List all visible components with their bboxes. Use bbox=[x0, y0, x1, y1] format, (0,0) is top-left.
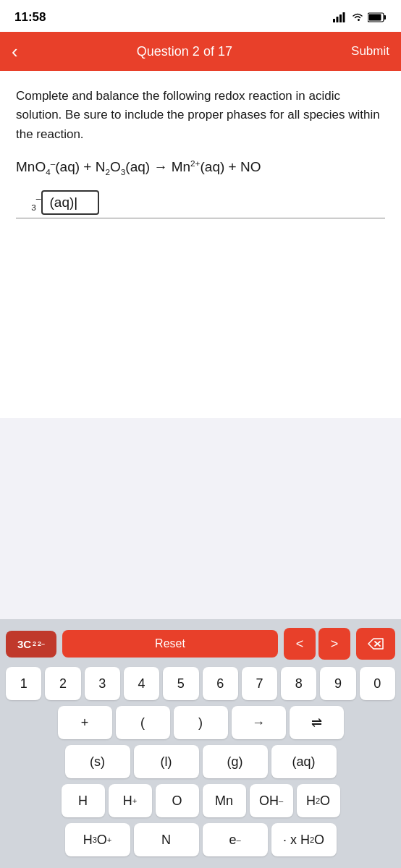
equation-text: MnO4–(aq) + N2O3(aq) → Mn2+(aq) + NO bbox=[16, 157, 261, 179]
answer-box[interactable]: (aq) bbox=[41, 190, 99, 215]
reset-button[interactable]: Reset bbox=[62, 630, 278, 658]
equation-display: MnO4–(aq) + N2O3(aq) → Mn2+(aq) + NO bbox=[16, 157, 385, 179]
svg-rect-0 bbox=[333, 19, 335, 22]
key-2[interactable]: 2 bbox=[45, 667, 80, 700]
key-solid[interactable]: (s) bbox=[65, 745, 130, 778]
backspace-icon bbox=[368, 638, 384, 650]
symbols-row: + ( ) → ⇌ bbox=[6, 706, 395, 739]
key-equilibrium[interactable]: ⇌ bbox=[290, 706, 344, 739]
svg-rect-6 bbox=[369, 14, 381, 21]
key-x-H2O[interactable]: · x H2O bbox=[271, 823, 337, 856]
signal-icon bbox=[333, 12, 347, 22]
special-formula-label: 3C bbox=[17, 638, 31, 650]
answer-prefix: 3– bbox=[16, 194, 41, 212]
special-formula-key[interactable]: 3C22– bbox=[6, 631, 56, 658]
back-button[interactable]: ‹ bbox=[12, 41, 18, 63]
status-time: 11:58 bbox=[14, 10, 46, 25]
number-row: 1 2 3 4 5 6 7 8 9 0 bbox=[6, 667, 395, 700]
key-arrow[interactable]: → bbox=[232, 706, 286, 739]
key-H3O-plus[interactable]: H3O+ bbox=[65, 823, 130, 856]
svg-rect-2 bbox=[339, 14, 342, 22]
key-gas[interactable]: (g) bbox=[203, 745, 268, 778]
key-aqueous[interactable]: (aq) bbox=[271, 745, 337, 778]
status-icons bbox=[333, 12, 387, 22]
keyboard-section: 3C22– Reset < > 1 2 3 4 5 6 7 8 9 0 + ( … bbox=[0, 619, 401, 868]
key-H[interactable]: H bbox=[62, 784, 105, 817]
key-O[interactable]: O bbox=[156, 784, 199, 817]
key-OH-minus[interactable]: OH– bbox=[250, 784, 293, 817]
answer-input-line[interactable]: 3– (aq) bbox=[16, 190, 385, 218]
svg-rect-1 bbox=[337, 17, 339, 22]
key-9[interactable]: 9 bbox=[320, 667, 355, 700]
elements-row: H H+ O Mn OH– H2O bbox=[6, 784, 395, 817]
submit-button[interactable]: Submit bbox=[351, 44, 389, 59]
backspace-button[interactable] bbox=[356, 628, 395, 660]
key-4[interactable]: 4 bbox=[124, 667, 159, 700]
key-0[interactable]: 0 bbox=[360, 667, 395, 700]
key-Mn[interactable]: Mn bbox=[203, 784, 246, 817]
key-plus[interactable]: + bbox=[58, 706, 112, 739]
key-5[interactable]: 5 bbox=[163, 667, 198, 700]
question-instruction: Complete and balance the following redox… bbox=[16, 87, 385, 144]
nav-right-button[interactable]: > bbox=[318, 628, 350, 660]
key-7[interactable]: 7 bbox=[242, 667, 277, 700]
svg-rect-5 bbox=[384, 15, 387, 20]
key-H2O[interactable]: H2O bbox=[297, 784, 340, 817]
svg-rect-3 bbox=[343, 12, 345, 22]
key-H-plus[interactable]: H+ bbox=[109, 784, 152, 817]
header-bar: ‹ Question 2 of 17 Submit bbox=[0, 32, 401, 71]
status-bar: 11:58 bbox=[0, 0, 401, 32]
key-open-paren[interactable]: ( bbox=[116, 706, 170, 739]
wifi-icon bbox=[352, 13, 363, 22]
compounds-row: H3O+ N e– · x H2O bbox=[6, 823, 395, 856]
key-e-minus[interactable]: e– bbox=[203, 823, 268, 856]
key-liquid[interactable]: (l) bbox=[134, 745, 199, 778]
equation-area: MnO4–(aq) + N2O3(aq) → Mn2+(aq) + NO 3– … bbox=[16, 157, 385, 218]
keyboard-top-row: 3C22– Reset < > bbox=[6, 628, 395, 660]
key-3[interactable]: 3 bbox=[85, 667, 120, 700]
key-close-paren[interactable]: ) bbox=[174, 706, 228, 739]
key-1[interactable]: 1 bbox=[6, 667, 41, 700]
key-6[interactable]: 6 bbox=[203, 667, 238, 700]
battery-icon bbox=[368, 12, 387, 22]
nav-group: < > bbox=[284, 628, 350, 660]
phase-row: (s) (l) (g) (aq) bbox=[6, 745, 395, 778]
key-8[interactable]: 8 bbox=[281, 667, 316, 700]
question-counter: Question 2 of 17 bbox=[18, 44, 351, 59]
key-N[interactable]: N bbox=[134, 823, 199, 856]
nav-left-button[interactable]: < bbox=[284, 628, 316, 660]
main-content: Complete and balance the following redox… bbox=[0, 71, 401, 418]
